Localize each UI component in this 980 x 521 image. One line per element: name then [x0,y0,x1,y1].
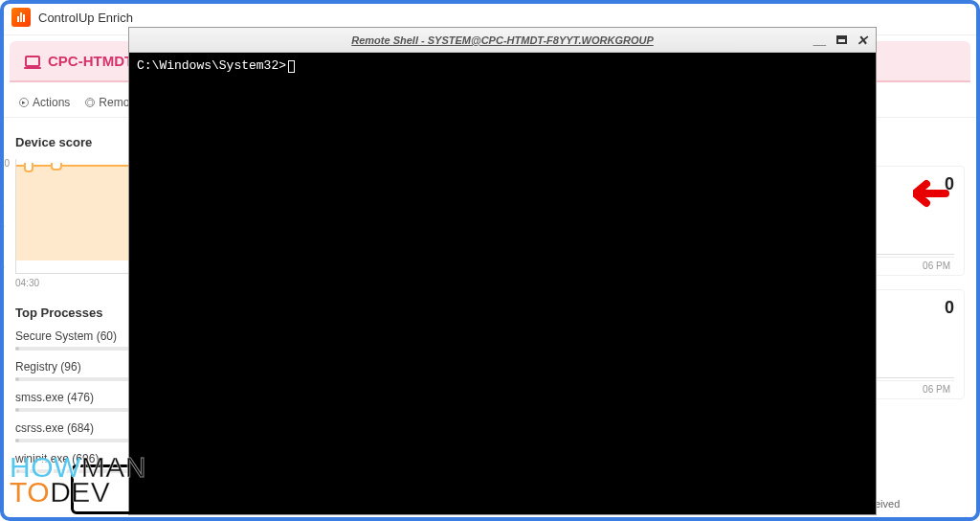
process-name: csrss.exe (684) [15,421,94,435]
app-title: ControlUp Enrich [38,11,133,25]
process-name: smss.exe (476) [15,391,94,404]
y-axis-labels: 10 8 6 4 2 0 [0,159,10,273]
y-tick: 4 [0,221,10,231]
maximize-button[interactable] [834,34,849,47]
terminal-title-text: Remote Shell - SYSTEM@CPC-HTMDT-F8YYT.WO… [351,34,653,46]
close-button[interactable]: ✕ [855,34,870,47]
terminal-prompt: C:\Windows\System32> [137,58,286,73]
laptop-icon [25,56,40,67]
y-tick: 2 [0,242,10,252]
terminal-body[interactable]: C:\Windows\System32> [129,53,876,514]
actions-label: Actions [33,96,70,109]
process-name: Secure System (60) [15,329,117,343]
actions-button[interactable]: ▸ Actions [19,96,70,109]
terminal-icon: ▢ [85,98,95,107]
x-tick: 04:30 [15,278,39,288]
play-icon: ▸ [19,98,29,107]
process-name: wininit.exe (696) [15,452,99,465]
app-logo-icon [11,8,31,27]
y-tick: 10 [0,159,10,169]
terminal-cursor-icon [288,60,295,73]
y-tick: 6 [0,201,10,211]
terminal-titlebar[interactable]: Remote Shell - SYSTEM@CPC-HTMDT-F8YYT.WO… [129,28,876,53]
remote-shell-window: Remote Shell - SYSTEM@CPC-HTMDT-F8YYT.WO… [128,27,877,515]
annotation-arrow-icon [913,178,959,213]
y-tick: 8 [0,180,10,190]
y-tick: 0 [0,263,10,273]
minimize-button[interactable]: __ [813,34,828,47]
process-name: Registry (96) [15,360,81,374]
